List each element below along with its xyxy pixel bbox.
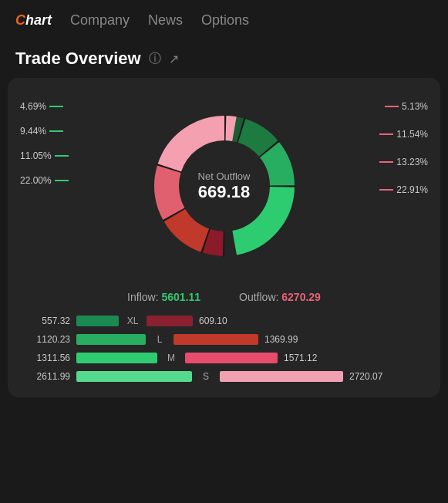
bar-left-s: 2611.99 [28,371,70,382]
bar-left-m: 1311.56 [28,353,70,363]
nav-company[interactable]: Company [70,9,130,32]
label-right-3: 22.91% [379,184,428,195]
bar-segment-s: S [198,371,214,382]
outflow-stat: Outflow: 6270.29 [239,291,321,303]
label-right-0: 5.13% [385,101,428,112]
bar-segment-xl: XL [125,316,140,326]
label-line-pink-4 [379,189,393,191]
label-left-3: 22.00% [20,175,69,186]
label-right-2: 13.23% [379,157,428,167]
page-title-row: Trade Overview ⓘ ↗ [0,41,448,78]
bar-segment-m: M [163,353,179,363]
nav-chart[interactable]: Chart [15,9,52,32]
inflow-stat: Inflow: 5601.11 [127,291,200,303]
bar-left-xl: 557.32 [28,316,70,326]
bar-row-l: 1120.23 L 1369.99 [28,334,420,345]
inflow-value: 5601.11 [161,291,200,303]
page-title: Trade Overview [15,49,141,69]
donut-section: 4.69% 9.44% 11.05% 22.00% [20,93,428,279]
outflow-value: 6270.29 [281,291,321,303]
bar-red-m [185,353,278,363]
label-line-green-3 [55,155,69,157]
bar-row-m: 1311.56 M 1571.12 [28,353,420,363]
bar-red-s [220,371,343,382]
stats-row: Inflow: 5601.11 Outflow: 6270.29 [20,279,428,309]
label-line-green-2 [49,130,63,132]
bar-red-l [173,334,258,345]
donut-center-value: 669.18 [198,182,251,202]
right-labels: 5.13% 11.54% 13.23% 22.91% [379,101,428,195]
label-left-2: 11.05% [20,150,69,161]
bar-green-m [76,353,157,363]
left-labels: 4.69% 9.44% 11.05% 22.00% [20,101,69,186]
bar-row-s: 2611.99 S 2720.07 [28,371,420,382]
bar-right-m: 1571.12 [284,353,326,363]
bar-green-xl [76,316,119,326]
bar-left-l: 1120.23 [28,334,70,345]
bar-green-l [76,334,146,345]
bar-right-l: 1369.99 [264,334,307,345]
nav-news[interactable]: News [148,9,183,32]
label-line-green [49,106,63,107]
chart-card: 4.69% 9.44% 11.05% 22.00% [8,78,440,397]
label-line-green-4 [55,180,69,181]
label-right-1: 11.54% [379,129,428,140]
share-icon[interactable]: ↗ [169,52,179,66]
bar-red-xl [147,316,193,326]
label-line-pink-2 [379,133,393,135]
navigation: Chart Company News Options [0,0,448,41]
bar-right-s: 2720.07 [349,371,392,382]
donut-center-label: Net Outflow [198,170,251,182]
label-line-pink [385,106,399,107]
donut-chart: Net Outflow 669.18 [147,109,301,263]
bar-segment-l: L [152,334,167,345]
bar-green-s [76,371,192,382]
label-left-1: 9.44% [20,126,69,137]
bar-table: 557.32 XL 609.10 1120.23 L 1369.99 1311.… [20,309,428,385]
label-left-0: 4.69% [20,101,69,112]
info-icon[interactable]: ⓘ [149,51,161,67]
label-line-pink-3 [379,161,393,163]
bar-row-xl: 557.32 XL 609.10 [28,316,420,326]
donut-center: Net Outflow 669.18 [198,170,251,202]
nav-options[interactable]: Options [201,9,249,32]
bar-right-xl: 609.10 [199,316,241,326]
